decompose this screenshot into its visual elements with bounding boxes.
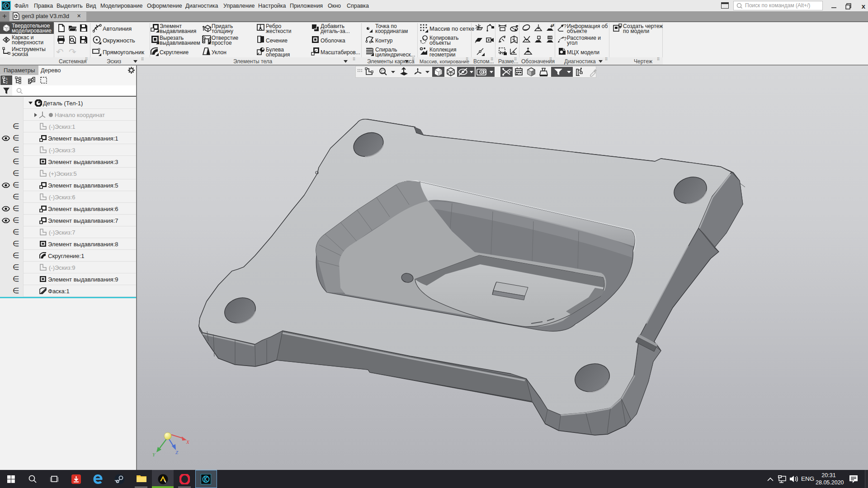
svg-text:1: 1: [6, 77, 8, 80]
svg-text:2: 2: [6, 81, 8, 84]
svg-text:?: ?: [564, 23, 566, 29]
svg-text:E: E: [552, 23, 555, 27]
svg-text:?: ?: [564, 36, 566, 42]
svg-text:Z: Z: [175, 450, 179, 455]
svg-text:Y: Y: [152, 452, 156, 457]
svg-text:X: X: [186, 439, 190, 445]
